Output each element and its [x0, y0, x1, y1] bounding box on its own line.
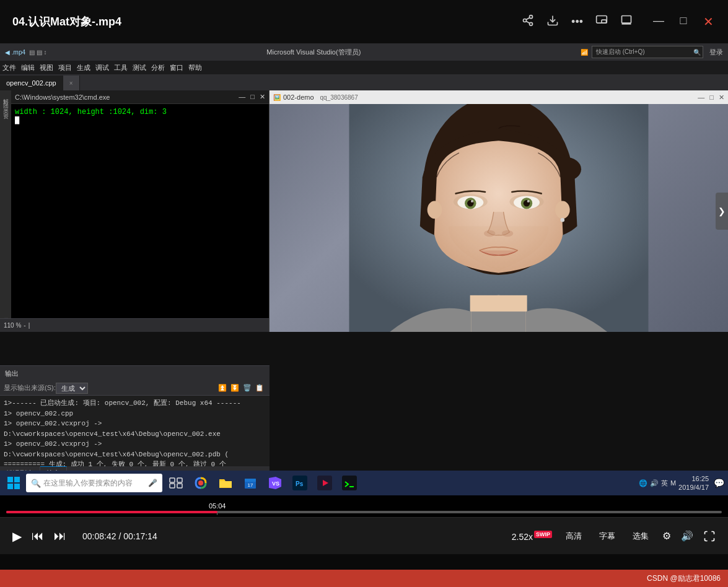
video-title: 04.认识Mat对象-.mp4 — [12, 14, 522, 29]
output-toolbar-btn3[interactable]: 🗑️ — [243, 384, 252, 392]
tab-other[interactable]: × — [63, 76, 80, 90]
output-toolbar-btn2[interactable]: ⏬ — [230, 384, 239, 392]
fullscreen-button[interactable] — [703, 530, 716, 542]
svg-rect-38 — [177, 484, 182, 488]
media-taskbar-icon[interactable] — [314, 472, 336, 494]
network-tray-icon[interactable]: 🌐 — [639, 479, 647, 487]
speed-display[interactable]: 2.52xSWIP — [512, 531, 552, 542]
tab-opencv-cpp[interactable]: opencv_002.cpp — [0, 76, 63, 90]
demo-window-title: 🖼️ 002-demo qq_38036867 — [273, 93, 358, 101]
ps-taskbar-icon[interactable]: Ps — [289, 472, 311, 494]
quality-button[interactable]: 高清 — [562, 529, 585, 543]
subtitle-button[interactable]: 字幕 — [595, 529, 619, 543]
pip-icon[interactable] — [595, 14, 608, 30]
svg-text:17: 17 — [248, 482, 253, 488]
taskview-btn[interactable] — [165, 472, 187, 494]
seek-bar[interactable] — [6, 511, 722, 513]
system-tray: 🌐 🔊 英 M — [639, 479, 676, 488]
menu-tools[interactable]: 工具 — [114, 63, 128, 72]
title-controls: ••• — □ ✕ — [522, 14, 716, 30]
zoom-minus[interactable]: - — [24, 322, 25, 329]
select-button[interactable]: 选集 — [629, 529, 652, 543]
seek-bar-container[interactable]: 05:04 ↑ — [6, 500, 722, 513]
inner-taskbar: 🔍 在这里输入你要搜索的内容 🎤 — [0, 471, 728, 495]
vs-menu-bar: 文件 编辑 视图 项目 生成 调试 工具 测试 分析 窗口 帮助 — [0, 61, 728, 74]
vs-title-icons: ▤ ▤ ↕ — [29, 49, 47, 56]
cmd-close-btn[interactable]: ✕ — [260, 93, 265, 101]
minimize-corner-icon[interactable] — [620, 14, 633, 30]
system-clock[interactable]: 16:25 2019/4/17 — [678, 474, 709, 492]
side-arrow[interactable]: ❯ — [716, 193, 728, 230]
face-portrait — [270, 104, 728, 332]
menu-file[interactable]: 文件 — [2, 63, 16, 72]
menu-analyze[interactable]: 分析 — [151, 63, 165, 72]
time-display: 00:08:42 / 00:17:14 — [82, 531, 157, 541]
svg-rect-32 — [14, 477, 20, 482]
minimize-button[interactable]: — — [651, 14, 666, 29]
close-button[interactable]: ✕ — [701, 14, 716, 29]
notification-icon[interactable]: 💬 — [714, 478, 724, 488]
more-icon[interactable]: ••• — [571, 15, 583, 28]
chrome-icon[interactable] — [190, 472, 212, 494]
title-bar: 04.认识Mat对象-.mp4 ••• — □ ✕ — [0, 0, 728, 43]
vs-quick-launch[interactable]: 快速启动 (Ctrl+Q) — [592, 46, 703, 58]
output-toolbar-btn1[interactable]: ⏫ — [218, 384, 227, 392]
window-buttons: — □ ✕ — [651, 14, 716, 29]
main-split-area: 解 团 类 资 属 工 C:\Windows\system32\cmd.exe … — [0, 90, 728, 332]
menu-window[interactable]: 窗口 — [170, 63, 183, 72]
clock-date: 2019/4/17 — [678, 483, 709, 492]
vs-network-icon: 📶 — [581, 49, 588, 56]
menu-debug[interactable]: 调试 — [95, 63, 109, 72]
volume-button[interactable]: 🔊 — [681, 530, 693, 542]
settings-button[interactable]: ⚙ — [662, 530, 671, 542]
share-icon[interactable] — [522, 14, 534, 30]
menu-test[interactable]: 测试 — [133, 63, 146, 72]
terminal-taskbar-icon[interactable] — [338, 472, 361, 494]
play-button[interactable]: ▶ — [12, 529, 22, 544]
left-panel: 解 团 类 资 属 工 C:\Windows\system32\cmd.exe … — [0, 90, 270, 332]
svg-point-17 — [561, 218, 565, 222]
prev-button[interactable]: ⏮ — [32, 529, 44, 543]
download-icon[interactable] — [546, 14, 559, 30]
next-button[interactable]: ⏭ — [54, 529, 66, 543]
clock-time: 16:25 — [678, 474, 709, 483]
svg-line-4 — [526, 17, 530, 19]
output-source-select[interactable]: 生成 — [56, 383, 88, 394]
cmd-restore-btn[interactable]: □ — [250, 93, 255, 101]
video-content: ◀ .mp4 ▤ ▤ ↕ Microsoft Visual Studio(管理员… — [0, 43, 728, 495]
vs-top-bar: ◀ .mp4 ▤ ▤ ↕ Microsoft Visual Studio(管理员… — [0, 43, 728, 61]
search-bar[interactable]: 🔍 在这里输入你要搜索的内容 🎤 — [26, 474, 162, 492]
demo-minimize-btn[interactable]: — — [698, 93, 704, 102]
vs-output-panel: 输出 显示输出来源(S): 生成 ⏫ ⏬ 🗑️ 📋 1>------ 已启动生成… — [0, 365, 270, 474]
menu-edit[interactable]: 编辑 — [21, 63, 35, 72]
vs-signin[interactable]: 登录 — [709, 48, 723, 57]
svg-point-26 — [471, 200, 473, 202]
volume-tray-icon[interactable]: 🔊 — [650, 479, 659, 487]
output-toolbar-btn4[interactable]: 📋 — [255, 384, 264, 392]
cmd-minimize-btn[interactable]: — — [239, 93, 245, 101]
explorer-icon[interactable] — [214, 472, 237, 494]
demo-close-btn[interactable]: ✕ — [719, 93, 724, 102]
calendar-icon[interactable]: 17 — [239, 472, 261, 494]
cmd-title-text: C:\Windows\system32\cmd.exe — [15, 93, 110, 101]
svg-point-15 — [428, 201, 442, 219]
vs-taskbar-icon[interactable]: VS — [264, 472, 286, 494]
svg-point-0 — [530, 15, 533, 18]
cmd-window: C:\Windows\system32\cmd.exe — □ ✕ width … — [11, 90, 269, 318]
maximize-button[interactable]: □ — [676, 14, 691, 29]
cmd-output-line: width : 1024, height :1024, dim: 3 — [15, 108, 265, 116]
menu-help[interactable]: 帮助 — [188, 63, 202, 72]
menu-project[interactable]: 项目 — [58, 63, 72, 72]
vs-search-icon: 🔍 — [693, 49, 701, 56]
demo-restore-btn[interactable]: □ — [709, 93, 714, 102]
zoom-separator: | — [29, 322, 30, 329]
keyboard-icon[interactable]: M — [670, 479, 676, 487]
menu-view[interactable]: 视图 — [40, 63, 53, 72]
svg-text:Ps: Ps — [296, 480, 304, 487]
search-mic-icon[interactable]: 🎤 — [148, 479, 157, 487]
vs-left-icons: 解 团 类 资 属 工 — [0, 90, 11, 318]
windows-logo[interactable] — [4, 473, 24, 493]
input-method-icon[interactable]: 英 — [661, 479, 668, 488]
menu-build[interactable]: 生成 — [77, 63, 90, 72]
output-header: 输出 — [0, 366, 270, 381]
